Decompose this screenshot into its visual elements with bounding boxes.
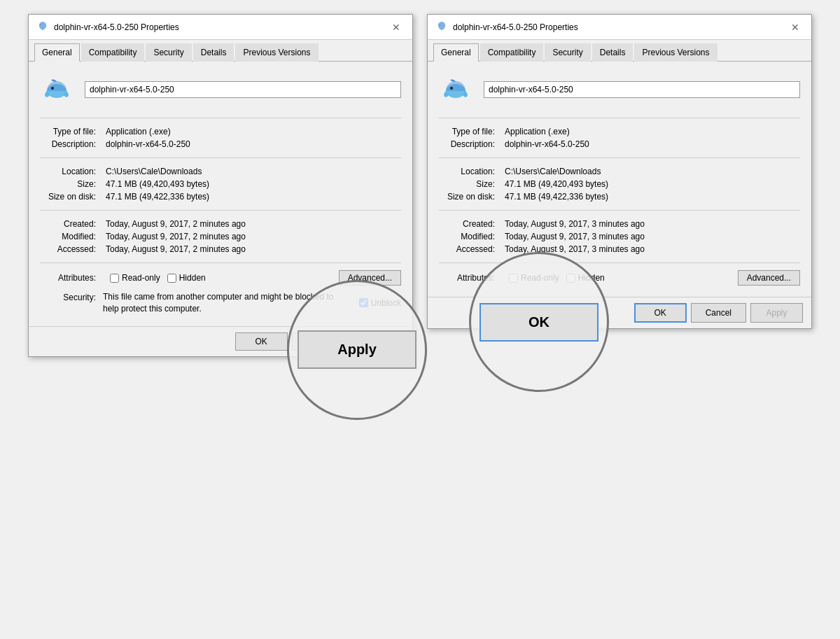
unblock-checkbox-label-1[interactable]: Unblock [359,298,401,308]
size-disk-label-2: Size on disk: [439,190,502,203]
location-label-1: Location: [40,165,103,178]
size-disk-row-2: Size on disk: 47.1 MB (49,422,336 bytes) [439,190,800,203]
size-row-1: Size: 47.1 MB (49,420,493 bytes) [40,178,401,190]
dialog-content-2: Type of file: Application (.exe) Descrip… [428,62,811,297]
modified-row-1: Modified: Today, August 9, 2017, 2 minut… [40,230,401,243]
security-text-1: This file came from another computer and… [103,291,351,315]
tab-compatibility-2[interactable]: Compatibility [480,43,544,62]
attributes-label-1: Attributes: [40,273,103,283]
info-table-2: Type of file: Application (.exe) Descrip… [439,125,800,150]
advanced-button-1[interactable]: Advanced... [339,270,401,286]
ok-button-2[interactable]: OK [634,303,687,323]
desc-row-2: Description: dolphin-vr-x64-5.0-250 [439,138,800,150]
cancel-button-1[interactable]: Cancel [292,332,347,351]
location-table-2: Location: C:\Users\Cale\Downloads Size: … [439,165,800,203]
tab-previous-versions-2[interactable]: Previous Versions [634,43,717,62]
cancel-button-2[interactable]: Cancel [691,303,746,323]
hidden-checkbox-label-1[interactable]: Hidden [167,273,206,283]
title-bar-2: dolphin-vr-x64-5.0-250 Properties ✕ [428,15,811,40]
size-disk-label-1: Size on disk: [40,190,103,203]
close-button-2[interactable]: ✕ [788,20,803,35]
size-value-2: 47.1 MB (49,420,493 bytes) [502,178,800,190]
type-value-1: Application (.exe) [103,125,401,138]
hidden-checkbox-1[interactable] [167,274,176,283]
advanced-button-2[interactable]: Advanced... [738,270,800,286]
tab-details-1[interactable]: Details [193,43,234,62]
created-value-1: Today, August 9, 2017, 2 minutes ago [103,218,401,230]
tab-security-2[interactable]: Security [545,43,590,62]
tab-security-1[interactable]: Security [146,43,191,62]
modified-label-1: Modified: [40,230,103,243]
apply-button-1[interactable]: Apply [351,332,404,351]
type-label-1: Type of file: [40,125,103,138]
readonly-checkbox-label-2[interactable]: Read-only [509,273,559,283]
created-value-2: Today, August 9, 2017, 3 minutes ago [502,218,800,230]
location-value-2: C:\Users\Cale\Downloads [502,165,800,178]
size-disk-row-1: Size on disk: 47.1 MB (49,422,336 bytes) [40,190,401,203]
dialog-content-1: Type of file: Application (.exe) Descrip… [29,62,412,326]
file-header-1 [40,73,401,106]
hidden-checkbox-2[interactable] [566,274,575,283]
title-bar-left-1: dolphin-vr-x64-5.0-250 Properties [37,20,179,34]
tab-general-1[interactable]: General [34,43,80,62]
size-disk-value-2: 47.1 MB (49,422,336 bytes) [502,190,800,203]
modified-row-2: Modified: Today, August 9, 2017, 3 minut… [439,230,800,243]
accessed-value-2: Today, August 9, 2017, 3 minutes ago [502,243,800,255]
attributes-row-1: Attributes: Read-only Hidden Advanced... [40,270,401,286]
filename-input-1[interactable] [85,81,401,98]
desc-value-2: dolphin-vr-x64-5.0-250 [502,138,800,150]
svg-point-3 [450,87,453,90]
modified-value-1: Today, August 9, 2017, 2 minutes ago [103,230,401,243]
tab-general-2[interactable]: General [433,43,479,62]
title-bar-1: dolphin-vr-x64-5.0-250 Properties ✕ [29,15,412,40]
modified-label-2: Modified: [439,230,502,243]
dolphin-title-icon-1 [37,20,48,34]
desc-row-1: Description: dolphin-vr-x64-5.0-250 [40,138,401,150]
security-label-1: Security: [40,291,103,302]
desc-value-1: dolphin-vr-x64-5.0-250 [103,138,401,150]
attributes-row-2: Attributes: Read-only Hidden Advanced... [439,270,800,286]
dialog1-wrapper: dolphin-vr-x64-5.0-250 Properties ✕ Gene… [28,14,413,357]
desc-label-1: Description: [40,138,103,150]
location-row-1: Location: C:\Users\Cale\Downloads [40,165,401,178]
close-button-1[interactable]: ✕ [388,20,404,35]
accessed-label-2: Accessed: [439,243,502,255]
accessed-row-2: Accessed: Today, August 9, 2017, 3 minut… [439,243,800,255]
dolphin-icon-1 [40,73,74,106]
tab-compatibility-1[interactable]: Compatibility [81,43,145,62]
size-disk-value-1: 47.1 MB (49,422,336 bytes) [103,190,401,203]
dialog1: dolphin-vr-x64-5.0-250 Properties ✕ Gene… [28,14,413,357]
created-row-1: Created: Today, August 9, 2017, 2 minute… [40,218,401,230]
apply-button-2[interactable]: Apply [750,303,803,323]
dates-table-2: Created: Today, August 9, 2017, 3 minute… [439,218,800,255]
unblock-checkbox-1[interactable] [359,298,368,307]
size-label-1: Size: [40,178,103,190]
location-table-1: Location: C:\Users\Cale\Downloads Size: … [40,165,401,203]
info-table-1: Type of file: Application (.exe) Descrip… [40,125,401,150]
readonly-checkbox-2[interactable] [509,274,518,283]
security-row-1: Security: This file came from another co… [40,291,401,315]
tabs-1: General Compatibility Security Details P… [29,40,412,62]
created-label-2: Created: [439,218,502,230]
filename-input-2[interactable] [484,81,800,98]
created-row-2: Created: Today, August 9, 2017, 3 minute… [439,218,800,230]
accessed-value-1: Today, August 9, 2017, 2 minutes ago [103,243,401,255]
title-text-1: dolphin-vr-x64-5.0-250 Properties [54,22,179,32]
size-value-1: 47.1 MB (49,420,493 bytes) [103,178,401,190]
dates-table-1: Created: Today, August 9, 2017, 2 minute… [40,218,401,255]
dialog2: dolphin-vr-x64-5.0-250 Properties ✕ Gene… [427,14,812,329]
security-content-1: This file came from another computer and… [103,291,401,315]
location-label-2: Location: [439,165,502,178]
tab-previous-versions-1[interactable]: Previous Versions [235,43,318,62]
modified-value-2: Today, August 9, 2017, 3 minutes ago [502,230,800,243]
readonly-checkbox-1[interactable] [110,274,119,283]
dialog2-wrapper: dolphin-vr-x64-5.0-250 Properties ✕ Gene… [427,14,812,329]
attributes-label-2: Attributes: [439,273,502,283]
title-text-2: dolphin-vr-x64-5.0-250 Properties [453,22,578,32]
dolphin-icon-2 [439,73,472,106]
readonly-checkbox-label-1[interactable]: Read-only [110,273,160,283]
tabs-2: General Compatibility Security Details P… [428,40,811,62]
ok-button-1[interactable]: OK [235,332,288,351]
tab-details-2[interactable]: Details [592,43,634,62]
hidden-checkbox-label-2[interactable]: Hidden [566,273,605,283]
